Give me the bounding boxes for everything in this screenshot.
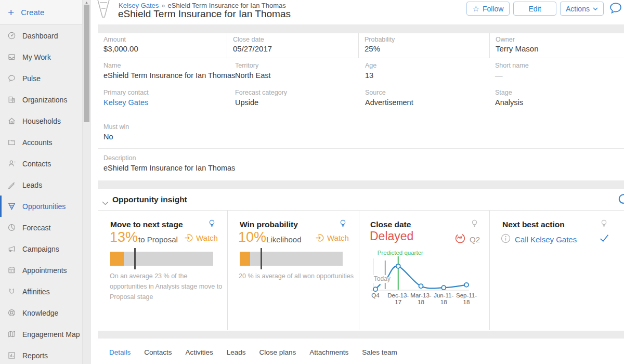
next-best-action-link[interactable]: Call Kelsey Gates (515, 235, 577, 244)
sidebar-item-label: My Work (22, 53, 51, 61)
field-label: Probability (365, 36, 489, 43)
sidebar-item-opportunities[interactable]: Opportunities (0, 196, 82, 217)
create-button[interactable]: + Create (0, 0, 82, 25)
field-probability: Probability 25% (359, 33, 490, 58)
sidebar-item-my-work[interactable]: My Work (0, 46, 82, 68)
sidebar-item-label: Households (22, 117, 61, 125)
field-value: Upside (235, 98, 287, 107)
sidebar-item-label: Engagement Map (22, 330, 80, 339)
sidebar-item-organizations[interactable]: Organizations (0, 89, 82, 110)
refresh-icon[interactable] (617, 193, 624, 207)
sidebar-item-accounts[interactable]: Accounts (0, 132, 82, 153)
watch-button[interactable]: Watch (315, 233, 349, 242)
sidebar-item-affinities[interactable]: Affinities (0, 281, 82, 302)
info-icon[interactable] (501, 233, 511, 245)
field-value: eShield Term Insurance for Ian Thomas (103, 71, 235, 80)
tab-close-plans[interactable]: Close plans (259, 346, 296, 358)
edit-button[interactable]: Edit (513, 2, 556, 16)
sidebar-item-label: Accounts (22, 138, 53, 147)
follow-button[interactable]: ☆ Follow (466, 2, 510, 16)
sidebar-item-households[interactable]: Households (0, 110, 82, 132)
chevron-down-icon (593, 7, 598, 10)
actions-button[interactable]: Actions (560, 2, 604, 16)
primary-contact-link[interactable]: Kelsey Gates (103, 98, 149, 107)
field-name: Name eShield Term Insurance for Ian Thom… (103, 62, 235, 80)
sidebar-item-leads[interactable]: Leads (0, 174, 82, 196)
sidebar-item-knowledge[interactable]: Knowledge (0, 302, 82, 323)
win-probability-value: 10% (238, 229, 266, 245)
bulb-icon[interactable] (600, 219, 608, 230)
sidebar-item-contacts[interactable]: Contacts (0, 153, 82, 174)
svg-text:Dec-13-: Dec-13- (387, 292, 409, 298)
field-value: 13 (365, 71, 376, 80)
sidebar-item-label: Campaigns (22, 245, 59, 253)
sidebar-item-campaigns[interactable]: Campaigns (0, 238, 82, 259)
field-label: Primary contact (103, 89, 149, 96)
tab-activities[interactable]: Activities (186, 346, 213, 358)
sidebar-item-forecast[interactable]: Forecast (0, 217, 82, 238)
card-caption: 20 % is average of all won opportunities (239, 271, 356, 281)
svg-text:17: 17 (395, 299, 401, 305)
sidebar-item-dashboard[interactable]: Dashboard (0, 25, 82, 46)
engagement-map-icon (7, 330, 16, 339)
record-tabs: Details Contacts Activities Leads Close … (109, 346, 397, 358)
sidebar-item-reports[interactable]: Reports (0, 345, 82, 364)
field-forecast-category: Forecast category Upside (235, 89, 287, 107)
svg-text:Q4: Q4 (371, 292, 380, 298)
svg-text:Jun-11-: Jun-11- (434, 292, 453, 298)
field-value: 05/27/2017 (233, 44, 358, 53)
tab-contacts[interactable]: Contacts (144, 346, 172, 358)
field-value: 25% (365, 44, 489, 53)
collapse-chevron-icon[interactable] (102, 198, 109, 207)
create-label: Create (21, 8, 44, 17)
svg-text:18: 18 (418, 299, 424, 305)
plus-icon: + (8, 7, 14, 18)
watch-button[interactable]: Watch (184, 233, 218, 242)
affinities-icon (7, 287, 16, 296)
benchmark-marker (261, 248, 262, 269)
tab-details[interactable]: Details (109, 346, 131, 358)
sidebar-item-label: Dashboard (22, 32, 58, 40)
accounts-icon (7, 138, 16, 147)
bulb-icon[interactable] (207, 219, 216, 230)
win-probability-suffix: Likelihood (266, 235, 302, 244)
field-label: Territory (235, 62, 271, 69)
sidebar-item-engagement-map[interactable]: Engagement Map (0, 323, 82, 345)
check-icon[interactable] (599, 233, 609, 245)
scrollbar-thumb[interactable] (84, 5, 89, 122)
sidebar-item-label: Pulse (22, 74, 41, 83)
sidebar-item-pulse[interactable]: Pulse (0, 68, 82, 89)
field-short-name: Short name — (495, 62, 529, 80)
edit-label: Edit (528, 5, 541, 13)
watch-label: Watch (327, 233, 349, 242)
sidebar-scrollbar[interactable]: ▲ (82, 0, 91, 364)
sidebar-item-label: Appointments (22, 266, 67, 275)
bulb-icon[interactable] (470, 219, 479, 230)
forecast-icon (7, 223, 16, 232)
progress-fill (110, 252, 124, 266)
opportunity-funnel-icon (96, 0, 111, 21)
my-work-icon (7, 53, 16, 61)
field-value: Terry Mason (496, 44, 624, 53)
field-territory: Territory North East (235, 62, 271, 80)
star-icon: ☆ (473, 4, 479, 14)
close-date-chart: TodayPredicted quarterQ4Dec-13-17Mar-13-… (359, 248, 484, 307)
delayed-icon (454, 233, 465, 246)
stage-probability-value: 13% (110, 229, 138, 245)
watch-label: Watch (196, 233, 218, 242)
tab-sales-team[interactable]: Sales team (362, 346, 397, 358)
svg-text:Predicted quarter: Predicted quarter (378, 250, 423, 256)
field-close-date: Close date 05/27/2017 (227, 33, 359, 58)
sidebar-item-appointments[interactable]: Appointments (0, 259, 82, 281)
chat-bubble-icon[interactable] (609, 2, 622, 17)
field-stage: Stage Analysis (495, 89, 523, 107)
divider-band (98, 331, 624, 339)
tab-attachments[interactable]: Attachments (309, 346, 348, 358)
tab-leads[interactable]: Leads (227, 346, 246, 358)
progress-fill (240, 252, 250, 266)
bulb-icon[interactable] (339, 219, 347, 230)
field-label: Must win (103, 123, 129, 131)
field-value: North East (235, 71, 271, 80)
pulse-icon (7, 74, 16, 83)
scrollbar-up-arrow[interactable]: ▲ (85, 1, 88, 4)
